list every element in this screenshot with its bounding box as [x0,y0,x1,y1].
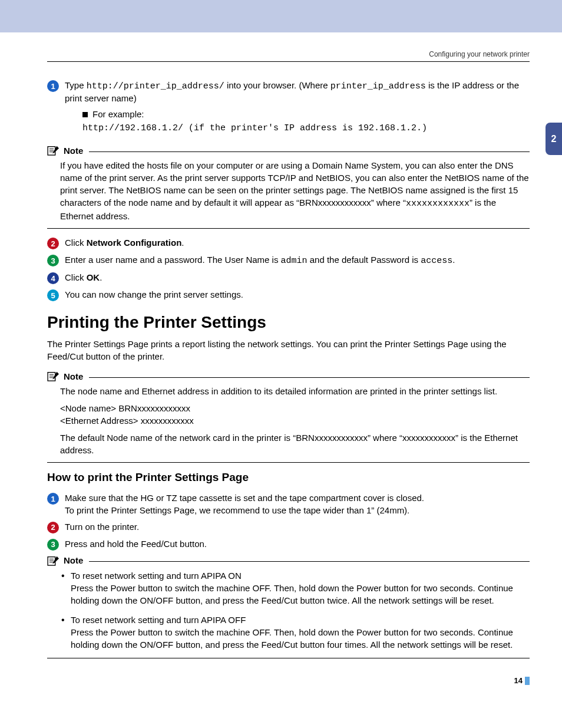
header-title: Configuring your network printer [429,50,530,58]
top-banner [0,0,562,32]
step-badge-c3: 3 [47,539,59,551]
section-title: Printing the Printer Settings [47,313,530,332]
note-2: Note The node name and Ethernet address … [47,371,530,463]
note-2-body: The node name and Ethernet address in ad… [60,385,530,456]
step-c3: 3 Press and hold the Feed/Cut button. [47,538,530,551]
step-badge-c1: 1 [47,493,59,505]
page-content: Configuring your network printer 2 1 Typ… [0,32,562,709]
note-3-item-2: To reset network setting and turn APIPA … [60,614,530,651]
note-3-body: To reset network setting and turn APIPA … [60,569,530,651]
page-header: Configuring your network printer [47,50,530,62]
step-badge-c2: 2 [47,522,59,533]
note-3-item-1: To reset network setting and turn APIPA … [60,569,530,607]
note-1: Note If you have edited the hosts file o… [47,145,530,229]
step-1-body: Type http://printer_ip_address/ into you… [65,80,530,140]
step-1: 1 Type http://printer_ip_address/ into y… [47,80,530,140]
note-3: Note To reset network setting and turn A… [47,555,530,658]
note-2-label: Note [64,371,83,381]
subheading: How to print the Printer Settings Page [47,471,530,484]
step-badge-5: 5 [47,289,59,301]
step-2: 2 Click Network Configuration. [47,237,530,249]
step-badge-4: 4 [47,272,59,284]
step-badge-3: 3 [47,255,59,266]
step-3: 3 Enter a user name and a password. The … [47,254,530,267]
step-1-code: http://192.168.1.2/ (if the printer's IP… [82,123,530,134]
note-3-label: Note [64,555,83,565]
square-bullet-icon [82,112,88,117]
step-1-sub: For example: [82,108,530,120]
note-1-label: Note [64,146,83,156]
step-5: 5 You can now change the print server se… [47,289,530,301]
step-badge-1: 1 [47,80,59,92]
page-number: 14 [47,676,530,686]
step-c2: 2 Turn on the printer. [47,521,530,533]
note-icon [47,145,60,156]
section-intro: The Printer Settings Page prints a repor… [47,338,530,363]
note-icon [47,371,60,381]
step-c1: 1 Make sure that the HG or TZ tape casse… [47,492,530,516]
note-icon [47,555,60,566]
page-number-accent [525,677,530,685]
step-4: 4 Click OK. [47,272,530,284]
chapter-tab: 2 [546,123,562,155]
note-1-body: If you have edited the hosts file on you… [60,159,530,222]
step-badge-2: 2 [47,238,59,249]
